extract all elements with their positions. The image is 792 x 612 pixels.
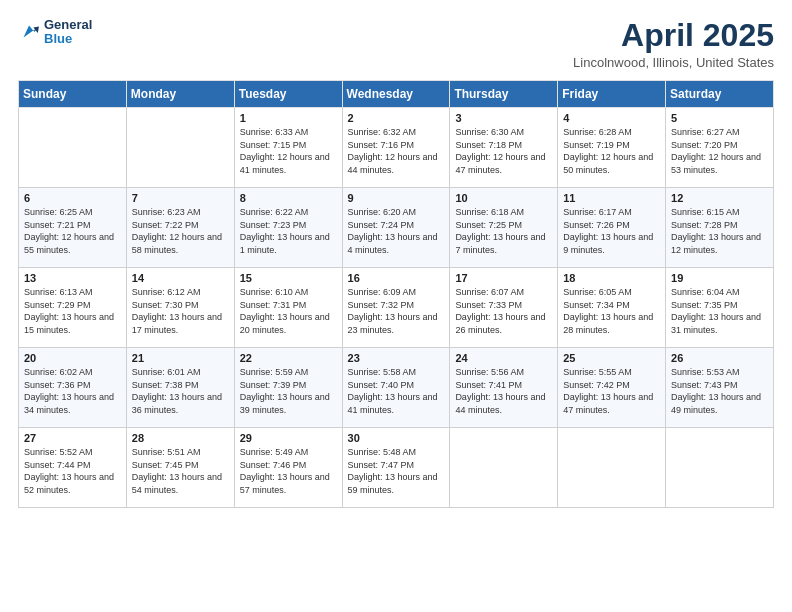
calendar-cell [450,428,558,508]
cell-info: Sunrise: 6:30 AM Sunset: 7:18 PM Dayligh… [455,126,552,176]
calendar-cell: 26Sunrise: 5:53 AM Sunset: 7:43 PM Dayli… [666,348,774,428]
week-row-5: 27Sunrise: 5:52 AM Sunset: 7:44 PM Dayli… [19,428,774,508]
calendar-cell: 20Sunrise: 6:02 AM Sunset: 7:36 PM Dayli… [19,348,127,428]
calendar-cell: 28Sunrise: 5:51 AM Sunset: 7:45 PM Dayli… [126,428,234,508]
calendar-cell: 7Sunrise: 6:23 AM Sunset: 7:22 PM Daylig… [126,188,234,268]
calendar-cell: 4Sunrise: 6:28 AM Sunset: 7:19 PM Daylig… [558,108,666,188]
calendar-cell: 15Sunrise: 6:10 AM Sunset: 7:31 PM Dayli… [234,268,342,348]
day-number: 14 [132,272,229,284]
cell-info: Sunrise: 6:12 AM Sunset: 7:30 PM Dayligh… [132,286,229,336]
logo-line1: General [44,18,92,32]
calendar-cell: 11Sunrise: 6:17 AM Sunset: 7:26 PM Dayli… [558,188,666,268]
day-number: 28 [132,432,229,444]
calendar-cell: 22Sunrise: 5:59 AM Sunset: 7:39 PM Dayli… [234,348,342,428]
cell-info: Sunrise: 6:23 AM Sunset: 7:22 PM Dayligh… [132,206,229,256]
calendar-cell: 12Sunrise: 6:15 AM Sunset: 7:28 PM Dayli… [666,188,774,268]
cell-info: Sunrise: 5:58 AM Sunset: 7:40 PM Dayligh… [348,366,445,416]
cell-info: Sunrise: 6:18 AM Sunset: 7:25 PM Dayligh… [455,206,552,256]
day-number: 19 [671,272,768,284]
day-number: 25 [563,352,660,364]
col-header-thursday: Thursday [450,81,558,108]
calendar-cell: 14Sunrise: 6:12 AM Sunset: 7:30 PM Dayli… [126,268,234,348]
logo-text: General Blue [44,18,92,47]
cell-info: Sunrise: 6:04 AM Sunset: 7:35 PM Dayligh… [671,286,768,336]
day-number: 8 [240,192,337,204]
calendar-title: April 2025 [573,18,774,53]
day-number: 30 [348,432,445,444]
col-header-friday: Friday [558,81,666,108]
calendar-cell: 1Sunrise: 6:33 AM Sunset: 7:15 PM Daylig… [234,108,342,188]
svg-marker-1 [33,27,39,34]
day-number: 29 [240,432,337,444]
day-number: 22 [240,352,337,364]
calendar-cell [558,428,666,508]
day-number: 10 [455,192,552,204]
calendar-cell [126,108,234,188]
day-number: 27 [24,432,121,444]
day-number: 23 [348,352,445,364]
cell-info: Sunrise: 6:17 AM Sunset: 7:26 PM Dayligh… [563,206,660,256]
week-row-1: 1Sunrise: 6:33 AM Sunset: 7:15 PM Daylig… [19,108,774,188]
day-number: 24 [455,352,552,364]
calendar-subtitle: Lincolnwood, Illinois, United States [573,55,774,70]
calendar-cell: 5Sunrise: 6:27 AM Sunset: 7:20 PM Daylig… [666,108,774,188]
calendar-cell [666,428,774,508]
calendar-cell: 25Sunrise: 5:55 AM Sunset: 7:42 PM Dayli… [558,348,666,428]
calendar-cell: 2Sunrise: 6:32 AM Sunset: 7:16 PM Daylig… [342,108,450,188]
calendar-cell: 3Sunrise: 6:30 AM Sunset: 7:18 PM Daylig… [450,108,558,188]
day-number: 17 [455,272,552,284]
cell-info: Sunrise: 6:20 AM Sunset: 7:24 PM Dayligh… [348,206,445,256]
header-row: SundayMondayTuesdayWednesdayThursdayFrid… [19,81,774,108]
week-row-2: 6Sunrise: 6:25 AM Sunset: 7:21 PM Daylig… [19,188,774,268]
cell-info: Sunrise: 6:15 AM Sunset: 7:28 PM Dayligh… [671,206,768,256]
calendar-cell: 27Sunrise: 5:52 AM Sunset: 7:44 PM Dayli… [19,428,127,508]
day-number: 5 [671,112,768,124]
calendar-cell: 13Sunrise: 6:13 AM Sunset: 7:29 PM Dayli… [19,268,127,348]
cell-info: Sunrise: 6:01 AM Sunset: 7:38 PM Dayligh… [132,366,229,416]
week-row-3: 13Sunrise: 6:13 AM Sunset: 7:29 PM Dayli… [19,268,774,348]
day-number: 1 [240,112,337,124]
cell-info: Sunrise: 5:55 AM Sunset: 7:42 PM Dayligh… [563,366,660,416]
cell-info: Sunrise: 5:59 AM Sunset: 7:39 PM Dayligh… [240,366,337,416]
cell-info: Sunrise: 6:09 AM Sunset: 7:32 PM Dayligh… [348,286,445,336]
calendar-cell [19,108,127,188]
cell-info: Sunrise: 5:48 AM Sunset: 7:47 PM Dayligh… [348,446,445,496]
day-number: 6 [24,192,121,204]
day-number: 15 [240,272,337,284]
calendar-cell: 30Sunrise: 5:48 AM Sunset: 7:47 PM Dayli… [342,428,450,508]
day-number: 20 [24,352,121,364]
col-header-tuesday: Tuesday [234,81,342,108]
calendar-cell: 8Sunrise: 6:22 AM Sunset: 7:23 PM Daylig… [234,188,342,268]
day-number: 3 [455,112,552,124]
logo: General Blue [18,18,92,47]
col-header-sunday: Sunday [19,81,127,108]
cell-info: Sunrise: 6:33 AM Sunset: 7:15 PM Dayligh… [240,126,337,176]
calendar-cell: 21Sunrise: 6:01 AM Sunset: 7:38 PM Dayli… [126,348,234,428]
cell-info: Sunrise: 6:28 AM Sunset: 7:19 PM Dayligh… [563,126,660,176]
title-section: April 2025 Lincolnwood, Illinois, United… [573,18,774,70]
cell-info: Sunrise: 5:53 AM Sunset: 7:43 PM Dayligh… [671,366,768,416]
cell-info: Sunrise: 5:49 AM Sunset: 7:46 PM Dayligh… [240,446,337,496]
logo-icon [18,21,40,43]
cell-info: Sunrise: 6:25 AM Sunset: 7:21 PM Dayligh… [24,206,121,256]
calendar-cell: 24Sunrise: 5:56 AM Sunset: 7:41 PM Dayli… [450,348,558,428]
day-number: 21 [132,352,229,364]
cell-info: Sunrise: 6:05 AM Sunset: 7:34 PM Dayligh… [563,286,660,336]
cell-info: Sunrise: 5:52 AM Sunset: 7:44 PM Dayligh… [24,446,121,496]
header: General Blue April 2025 Lincolnwood, Ill… [18,18,774,70]
col-header-wednesday: Wednesday [342,81,450,108]
calendar-cell: 19Sunrise: 6:04 AM Sunset: 7:35 PM Dayli… [666,268,774,348]
calendar-cell: 23Sunrise: 5:58 AM Sunset: 7:40 PM Dayli… [342,348,450,428]
cell-info: Sunrise: 5:51 AM Sunset: 7:45 PM Dayligh… [132,446,229,496]
cell-info: Sunrise: 6:13 AM Sunset: 7:29 PM Dayligh… [24,286,121,336]
calendar-cell: 16Sunrise: 6:09 AM Sunset: 7:32 PM Dayli… [342,268,450,348]
calendar-table: SundayMondayTuesdayWednesdayThursdayFrid… [18,80,774,508]
day-number: 13 [24,272,121,284]
day-number: 26 [671,352,768,364]
day-number: 18 [563,272,660,284]
cell-info: Sunrise: 6:07 AM Sunset: 7:33 PM Dayligh… [455,286,552,336]
col-header-monday: Monday [126,81,234,108]
calendar-cell: 18Sunrise: 6:05 AM Sunset: 7:34 PM Dayli… [558,268,666,348]
day-number: 7 [132,192,229,204]
cell-info: Sunrise: 6:22 AM Sunset: 7:23 PM Dayligh… [240,206,337,256]
